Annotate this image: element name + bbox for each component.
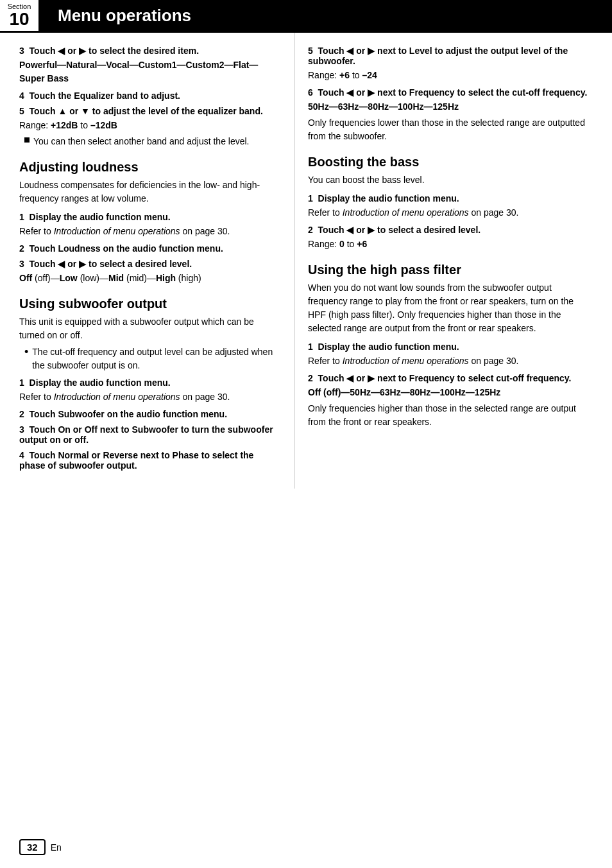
bullet-dot-icon: • xyxy=(24,345,28,360)
subwoofer-heading: Using subwoofer output xyxy=(19,297,282,311)
step-5-range: Range: +12dB to –12dB xyxy=(19,119,282,132)
subwoofer-bullet-text: The cut-off frequency and output level c… xyxy=(32,345,282,372)
subwoofer-step-1-title: 1 Display the audio function menu. xyxy=(19,378,282,388)
subwoofer-step-2-title: 2 Touch Subwoofer on the audio function … xyxy=(19,409,282,419)
page-number: 32 xyxy=(19,839,46,855)
subwoofer-step-1: 1 Display the audio function menu. Refer… xyxy=(19,378,282,404)
footer-lang: En xyxy=(51,842,62,853)
hpf-step-1-title: 1 Display the audio function menu. xyxy=(308,342,593,352)
section-number: 10 xyxy=(9,10,29,28)
hpf-intro: When you do not want low sounds from the… xyxy=(308,281,593,335)
loudness-step-3-body: Off (off)—Low (low)—Mid (mid)—High (high… xyxy=(19,272,282,285)
subwoofer-step-1-body: Refer to Introduction of menu operations… xyxy=(19,390,282,404)
subwoofer-step-5-title: 5 Touch ◀ or ▶ next to Level to adjust t… xyxy=(308,46,593,66)
adjusting-loudness-intro: Loudness compensates for deficiencies in… xyxy=(19,178,282,205)
bass-step-2-title: 2 Touch ◀ or ▶ to select a desired level… xyxy=(308,225,593,235)
hpf-step-1: 1 Display the audio function menu. Refer… xyxy=(308,342,593,368)
step-5-title: 5 Touch ▲ or ▼ to adjust the level of th… xyxy=(19,106,282,116)
step-3-title: 3 Touch ◀ or ▶ to select the desired ite… xyxy=(19,46,282,56)
hpf-heading: Using the high pass filter xyxy=(308,263,593,277)
subwoofer-step-6-subtitle: 50Hz—63Hz—80Hz—100Hz—125Hz xyxy=(308,100,593,114)
step-5-equalizer: 5 Touch ▲ or ▼ to adjust the level of th… xyxy=(19,106,282,148)
subwoofer-step-5-body: Range: +6 to –24 xyxy=(308,69,593,82)
hpf-step-1-body: Refer to Introduction of menu operations… xyxy=(308,354,593,368)
subwoofer-bullet: • The cut-off frequency and output level… xyxy=(24,345,282,372)
boosting-bass-heading: Boosting the bass xyxy=(308,155,593,169)
subwoofer-step-4: 4 Touch Normal or Reverse next to Phase … xyxy=(19,450,282,471)
bass-step-1-body: Refer to Introduction of menu operations… xyxy=(308,206,593,220)
loudness-step-1: 1 Display the audio function menu. Refer… xyxy=(19,212,282,238)
subwoofer-step-6-body: Only frequencies lower than those in the… xyxy=(308,116,593,143)
right-column: 5 Touch ◀ or ▶ next to Level to adjust t… xyxy=(295,33,612,489)
loudness-step-3-title: 3 Touch ◀ or ▶ to select a desired level… xyxy=(19,259,282,269)
bass-step-2: 2 Touch ◀ or ▶ to select a desired level… xyxy=(308,225,593,251)
loudness-step-2: 2 Touch Loudness on the audio function m… xyxy=(19,243,282,254)
bullet-text: You can then select another band and adj… xyxy=(33,135,250,148)
adjusting-loudness-heading: Adjusting loudness xyxy=(19,160,282,175)
bass-step-2-body: Range: 0 to +6 xyxy=(308,238,593,251)
header-title: Menu operations xyxy=(38,0,612,31)
hpf-step-2-title: 2 Touch ◀ or ▶ next to Frequency to sele… xyxy=(308,373,593,383)
step-4-title: 4 Touch the Equalizer band to adjust. xyxy=(19,91,282,101)
subwoofer-step-6: 6 Touch ◀ or ▶ next to Frequency to sele… xyxy=(308,87,593,143)
left-column: 3 Touch ◀ or ▶ to select the desired ite… xyxy=(0,33,295,489)
subwoofer-step-5: 5 Touch ◀ or ▶ next to Level to adjust t… xyxy=(308,46,593,82)
loudness-step-1-title: 1 Display the audio function menu. xyxy=(19,212,282,222)
loudness-step-2-title: 2 Touch Loudness on the audio function m… xyxy=(19,243,282,254)
step-3-body: Powerful—Natural—Vocal—Custom1—Custom2—F… xyxy=(19,58,282,85)
bass-step-1-title: 1 Display the audio function menu. xyxy=(308,193,593,204)
page-header: Section 10 Menu operations xyxy=(0,0,612,33)
subwoofer-step-3: 3 Touch On or Off next to Subwoofer to t… xyxy=(19,424,282,445)
step-5-bullet: You can then select another band and adj… xyxy=(24,135,282,148)
step-4-equalizer: 4 Touch the Equalizer band to adjust. xyxy=(19,91,282,101)
subwoofer-step-6-title: 6 Touch ◀ or ▶ next to Frequency to sele… xyxy=(308,87,593,98)
loudness-step-1-body: Refer to Introduction of menu operations… xyxy=(19,225,282,238)
hpf-step-2-subtitle: Off (off)—50Hz—63Hz—80Hz—100Hz—125Hz xyxy=(308,386,593,399)
bullet-icon xyxy=(24,137,30,143)
page-footer: 32 En xyxy=(0,839,612,855)
hpf-step-2-body: Only frequencies higher than those in th… xyxy=(308,402,593,429)
boosting-bass-intro: You can boost the bass level. xyxy=(308,173,593,187)
bass-step-1: 1 Display the audio function menu. Refer… xyxy=(308,193,593,220)
subwoofer-step-4-title: 4 Touch Normal or Reverse next to Phase … xyxy=(19,450,282,471)
main-content: 3 Touch ◀ or ▶ to select the desired ite… xyxy=(0,33,612,489)
step-3-equalizer: 3 Touch ◀ or ▶ to select the desired ite… xyxy=(19,46,282,85)
subwoofer-step-2: 2 Touch Subwoofer on the audio function … xyxy=(19,409,282,419)
subwoofer-intro: This unit is equipped with a subwoofer o… xyxy=(19,315,282,342)
section-label: Section 10 xyxy=(0,0,38,31)
loudness-step-3: 3 Touch ◀ or ▶ to select a desired level… xyxy=(19,259,282,285)
subwoofer-step-3-title: 3 Touch On or Off next to Subwoofer to t… xyxy=(19,424,282,445)
hpf-step-2: 2 Touch ◀ or ▶ next to Frequency to sele… xyxy=(308,373,593,429)
